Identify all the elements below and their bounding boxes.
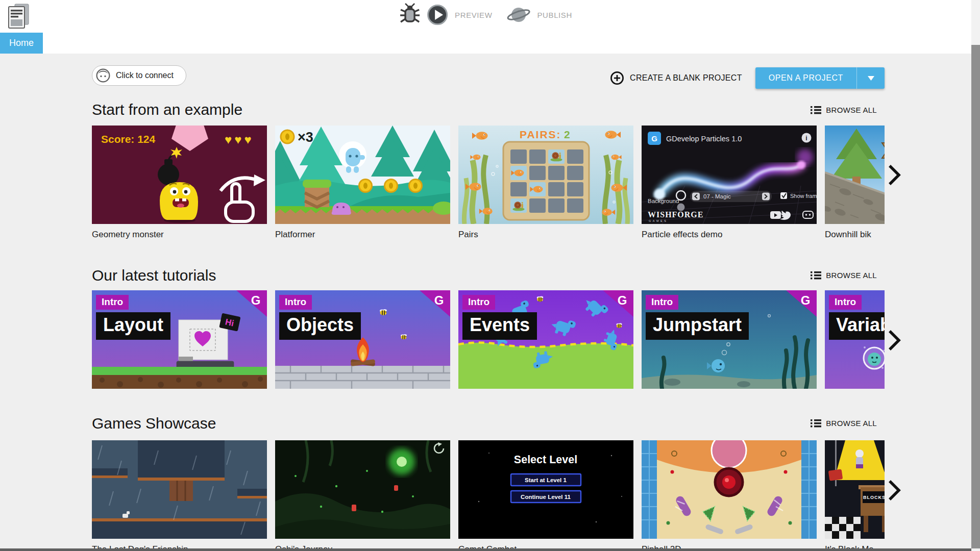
card-particle-effects-demo[interactable]: G GDevelop Particles 1.0 i Background 07… [642,126,817,240]
card-thumbnail-particle-effects: G GDevelop Particles 1.0 i Background 07… [642,126,817,224]
section-title-examples: Start from an example [92,101,242,118]
browse-all-examples-button[interactable]: BROWSE ALL [811,106,877,114]
publish-button[interactable]: PUBLISH [537,11,572,19]
card-pinball-2d[interactable]: Pinball 2D [642,440,817,551]
card-thumbnail-its-block-man: BLOCKS [825,440,885,539]
connect-button[interactable]: Click to connect [92,65,186,86]
tutorial-badge: Intro [279,295,312,310]
chevron-down-icon [868,76,874,81]
card-thumbnail-tutorial-events: G Intro Events [458,290,633,389]
card-platformer[interactable]: ×3 Platformer [275,126,450,240]
browse-all-showcase-button[interactable]: BROWSE ALL [811,419,877,428]
card-title: Particle effects demo [642,230,817,240]
svg-text:07 - Magic: 07 - Magic [703,193,731,199]
tutorial-badge: Intro [646,295,678,310]
particle-effects-art: G GDevelop Particles 1.0 i Background 07… [642,126,817,224]
card-thumbnail-geometry-monster: Score: 124 ♥♥♥ [92,126,267,224]
card-thumbnail-tutorial-jumpstart: G Intro Jumpstart [642,290,817,389]
svg-text:GDevelop Particles 1.0: GDevelop Particles 1.0 [666,135,742,143]
svg-text:Start at Level 1: Start at Level 1 [525,477,567,483]
list-icon [811,271,821,280]
card-title: Pairs [458,230,633,240]
card-its-block-man[interactable]: BLOCKS It's Block Ma [825,440,885,551]
card-thumbnail-tutorial-layout: Hi [92,290,267,389]
tab-home[interactable]: Home [0,33,43,54]
card-pairs[interactable]: PAIRS: 2 [458,126,633,240]
project-actions: CREATE A BLANK PROJECT OPEN A PROJECT [610,67,885,89]
card-tutorial-objects[interactable]: G Intro Objects [275,290,450,389]
tutorials-carousel: Hi [92,290,885,389]
main-toolbar: PREVIEW PUBLISH [400,0,580,30]
top-bar: PREVIEW PUBLISH Home [0,0,980,54]
gdevelop-corner-logo: G [412,290,450,323]
svg-text:G: G [618,293,627,307]
gdevelop-corner-logo: G [779,290,817,323]
vertical-scrollbar-thumb[interactable] [971,45,980,548]
svg-text:Show frame: Show frame [790,193,817,199]
svg-text:PAIRS:: PAIRS: [520,129,561,140]
examples-next-button[interactable] [887,163,902,187]
card-oshis-journey[interactable]: Oshi's Journey [275,440,450,551]
create-blank-project-button[interactable]: CREATE A BLANK PROJECT [610,71,742,85]
card-tutorial-variables[interactable]: +1 G Intro Variables [825,290,885,389]
card-tutorial-events[interactable]: G Intro Events [458,290,633,389]
publish-planet-icon[interactable] [507,4,531,26]
oshis-journey-art [275,440,450,539]
card-thumbnail-pairs: PAIRS: 2 [458,126,633,224]
card-thumbnail-platformer: ×3 [275,126,450,224]
open-project-dropdown[interactable] [856,67,885,89]
avatar-icon [95,68,111,83]
section-title-showcase: Games Showcase [92,415,216,432]
tutorial-badge: Intro [96,295,129,310]
showcase-next-button[interactable] [887,479,902,502]
card-title: Platformer [275,230,450,240]
its-block-man-art: BLOCKS [825,440,885,539]
platformer-art: ×3 [275,126,450,224]
card-thumbnail-lost-dog [92,440,267,539]
card-title: Downhill bik [825,230,885,240]
browse-all-tutorials-button[interactable]: BROWSE ALL [811,271,877,280]
svg-text:i: i [805,135,807,142]
browse-all-label: BROWSE ALL [826,271,877,280]
tutorial-heading: Variables [829,312,885,340]
showcase-carousel: The Lost Dog's Frienship [92,440,885,551]
horizontal-scrollbar-thumb[interactable] [0,548,971,551]
preview-play-icon[interactable] [426,4,449,26]
project-manager-icon[interactable] [6,3,31,30]
gdevelop-logo: G [651,134,657,143]
gdevelop-corner-logo: G [596,290,633,323]
card-tutorial-jumpstart[interactable]: G Intro Jumpstart [642,290,817,389]
open-project-label[interactable]: OPEN A PROJECT [755,67,856,89]
create-blank-project-label: CREATE A BLANK PROJECT [630,73,742,83]
card-geometry-monster[interactable]: Score: 124 ♥♥♥ [92,126,267,240]
svg-text:×3: ×3 [298,130,313,145]
tutorial-heading: Layout [96,312,170,340]
svg-text:Continue Level 11: Continue Level 11 [521,494,571,500]
card-downhill-bike[interactable]: G Downhill bik [825,126,885,240]
svg-text:WISHFORGE: WISHFORGE [648,210,703,219]
svg-text:2: 2 [564,129,570,140]
card-thumbnail-comet-combat: Select Level Start at Level 1 Continue L… [458,440,633,539]
svg-text:Select Level: Select Level [514,454,577,466]
svg-text:G: G [434,293,444,307]
lost-dog-art [92,440,267,539]
svg-text:Score: 124: Score: 124 [101,133,156,145]
geometry-monster-art: Score: 124 ♥♥♥ [92,126,267,224]
preview-button[interactable]: PREVIEW [455,11,492,19]
browse-all-label: BROWSE ALL [826,419,877,428]
card-tutorial-layout[interactable]: Hi [92,290,267,389]
card-lost-dog[interactable]: The Lost Dog's Frienship [92,440,267,551]
tutorial-heading: Events [462,312,537,340]
card-comet-combat[interactable]: Select Level Start at Level 1 Continue L… [458,440,633,551]
debugger-icon[interactable] [400,3,420,27]
tutorial-badge: Intro [462,295,495,310]
tutorial-badge: Intro [829,295,862,310]
tutorials-next-button[interactable] [887,329,902,352]
gdevelop-corner-logo: G [229,290,267,323]
tutorial-heading: Objects [279,312,361,340]
examples-carousel: Score: 124 ♥♥♥ [92,126,885,244]
section-title-tutorials: Our latest tutorials [92,267,216,284]
browse-all-label: BROWSE ALL [826,106,877,114]
card-thumbnail-tutorial-variables: +1 G Intro Variables [825,290,885,389]
open-project-button[interactable]: OPEN A PROJECT [755,67,885,89]
